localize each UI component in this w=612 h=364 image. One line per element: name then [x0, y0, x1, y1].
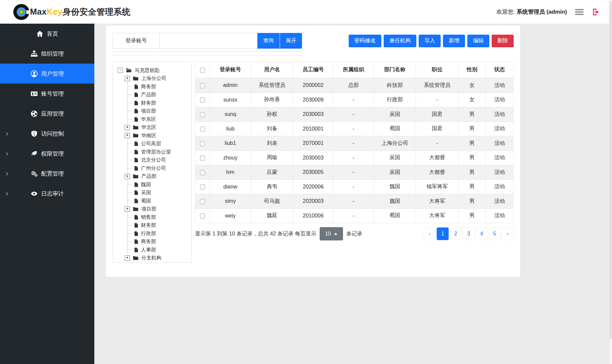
row-checkbox[interactable]	[200, 199, 205, 204]
table-row[interactable]: dianw典韦2020006-魏国镇军将军男活动	[195, 180, 514, 194]
cell-login: dianw	[210, 180, 251, 194]
row-checkbox[interactable]	[200, 184, 205, 189]
scrollbar[interactable]	[609, 0, 612, 364]
tree-expand-icon[interactable]: +	[125, 76, 130, 81]
sidebar-item-sitemap[interactable]: 组织管理	[0, 44, 94, 64]
table-row[interactable]: admin系统管理员2000002总部科技部系统管理员女活动	[195, 78, 514, 93]
sidebar-item-shield[interactable]: 访问控制	[0, 124, 94, 144]
table-row[interactable]: lvm吕蒙2030005-吴国大都督男活动	[195, 165, 514, 180]
search-box: 登录账号 查询 展开	[113, 33, 302, 49]
tree-node: 人事部	[116, 246, 189, 254]
tree-expand-icon[interactable]: +	[125, 133, 130, 138]
sidebar-item-label: 访问控制	[41, 130, 64, 138]
cell-org: -	[333, 208, 374, 223]
tree-node: 管理层办公室	[116, 148, 189, 156]
column-header-username: 用户名	[251, 62, 293, 78]
tree-node-label[interactable]: 华北区	[141, 124, 156, 131]
table-row[interactable]: liub刘备2010001-蜀国国君男活动	[195, 122, 514, 136]
tree-node-label[interactable]: 公司高层	[141, 141, 161, 147]
page-next-button[interactable]: ›	[502, 227, 514, 240]
page-prev-button[interactable]: ‹	[424, 227, 436, 240]
tree-node-label[interactable]: 人事部	[141, 247, 156, 253]
cell-position: 镇军将军	[416, 180, 459, 194]
tree-node-label[interactable]: 马克思钥匙	[135, 67, 160, 74]
page-number-1[interactable]: 1	[437, 227, 449, 240]
import-button[interactable]: 导入	[419, 35, 441, 47]
row-checkbox[interactable]	[200, 127, 205, 132]
tree-node-label[interactable]: 魏国	[141, 182, 151, 188]
row-checkbox[interactable]	[200, 156, 205, 161]
tree-node-label[interactable]: 商务部	[141, 238, 156, 245]
tree-node-label[interactable]: 产品部	[141, 92, 156, 98]
file-icon	[134, 231, 138, 236]
row-checkbox[interactable]	[200, 213, 205, 218]
login-account-input[interactable]	[160, 33, 257, 48]
page-number-3[interactable]: 3	[463, 227, 475, 240]
tree-node-label[interactable]: 华南区	[141, 133, 156, 139]
tree-node-label[interactable]: 财务部	[141, 222, 156, 228]
tree-node-label[interactable]: 管理层办公室	[141, 149, 171, 155]
page-number-4[interactable]: 4	[476, 227, 488, 240]
table-row[interactable]: zhouy周瑜2030003-吴国大都督男活动	[195, 151, 514, 165]
tree-node-label[interactable]: 吴国	[141, 189, 151, 196]
table-header-row: 登录账号用户名员工编号所属组织部门名称职位性别状态	[195, 62, 514, 78]
tree-node-label[interactable]: 财务部	[141, 100, 156, 106]
add-button[interactable]: 新增	[443, 35, 465, 47]
table-row[interactable]: weiy魏延2010006-蜀国大将军男活动	[195, 208, 514, 223]
sidebar-item-leaf[interactable]: 权限管理	[0, 144, 94, 164]
tree-node-label[interactable]: 蜀国	[141, 198, 151, 204]
tree-node-label[interactable]: 分支机构	[141, 255, 161, 261]
tree-node-label[interactable]: 北京分公司	[141, 157, 166, 163]
menu-toggle-icon[interactable]	[575, 9, 584, 15]
logout-icon[interactable]	[592, 8, 600, 16]
delete-button[interactable]: 删除	[492, 35, 514, 47]
sidebar-item-globe[interactable]: 应用管理	[0, 104, 94, 124]
column-header-status: 状态	[486, 62, 514, 78]
adjunct-org-button[interactable]: 兼任机构	[384, 35, 416, 47]
tree-node-label[interactable]: 项目部	[141, 206, 156, 212]
tree-node: +分支机构	[116, 254, 189, 262]
table-row[interactable]: sunsx孙尚香2030009-行政部-女活动	[195, 93, 514, 107]
tree-collapse-icon[interactable]: -	[118, 68, 123, 73]
table-row[interactable]: liub1刘表2070001-上海分公司-男活动	[195, 136, 514, 151]
tree-node-label[interactable]: 行政部	[141, 230, 156, 237]
password-modify-button[interactable]: 密码修改	[349, 35, 381, 47]
tree-node: 华东区	[116, 115, 189, 124]
tree-node-label[interactable]: 华东区	[141, 116, 156, 123]
sidebar-item-eye[interactable]: 日志审计	[0, 183, 94, 203]
cell-login: lvm	[210, 165, 251, 180]
tree-node-label[interactable]: 上海分公司	[141, 75, 166, 82]
row-checkbox[interactable]	[200, 141, 205, 146]
row-checkbox[interactable]	[200, 98, 205, 103]
tree-node-label[interactable]: 产品部	[141, 173, 156, 180]
cell-position: 大将军	[416, 208, 459, 223]
edit-button[interactable]: 编辑	[467, 35, 489, 47]
table-row[interactable]: simy司马懿2020003-魏国大将军男活动	[195, 194, 514, 209]
tree-expand-icon[interactable]: +	[125, 255, 130, 261]
table-row[interactable]: sunq孙权2030003-吴国国君男活动	[195, 107, 514, 122]
sidebar-item-home[interactable]: 首页	[0, 24, 94, 44]
sidebar-item-id-card[interactable]: 账号管理	[0, 84, 94, 104]
tree-expand-icon[interactable]: +	[125, 174, 130, 179]
tree-node-label[interactable]: 销售部	[141, 214, 156, 220]
select-all-checkbox[interactable]	[200, 68, 205, 73]
sidebar-item-user[interactable]: 用户管理	[0, 64, 94, 84]
page-number-5[interactable]: 5	[489, 227, 501, 240]
chevron-right-icon	[5, 151, 9, 156]
tree-node-label[interactable]: 项目部	[141, 108, 156, 114]
expand-button[interactable]: 展开	[280, 33, 302, 49]
tree-node-label[interactable]: 广州分公司	[141, 165, 166, 172]
tree-node-label[interactable]: 商务部	[141, 84, 156, 90]
page-number-2[interactable]: 2	[450, 227, 462, 240]
tree-expand-icon[interactable]: +	[125, 206, 130, 212]
page-size-select[interactable]: 10	[320, 227, 343, 240]
row-checkbox[interactable]	[200, 112, 205, 117]
shield-icon	[31, 130, 38, 137]
tree-expand-icon[interactable]: +	[125, 125, 130, 130]
row-checkbox[interactable]	[200, 83, 205, 88]
row-checkbox[interactable]	[200, 170, 205, 175]
cell-gender: 女	[459, 93, 486, 107]
cell-emp_no: 2010001	[293, 122, 333, 136]
sidebar-item-cogs[interactable]: 配置管理	[0, 164, 94, 183]
query-button[interactable]: 查询	[257, 33, 280, 49]
